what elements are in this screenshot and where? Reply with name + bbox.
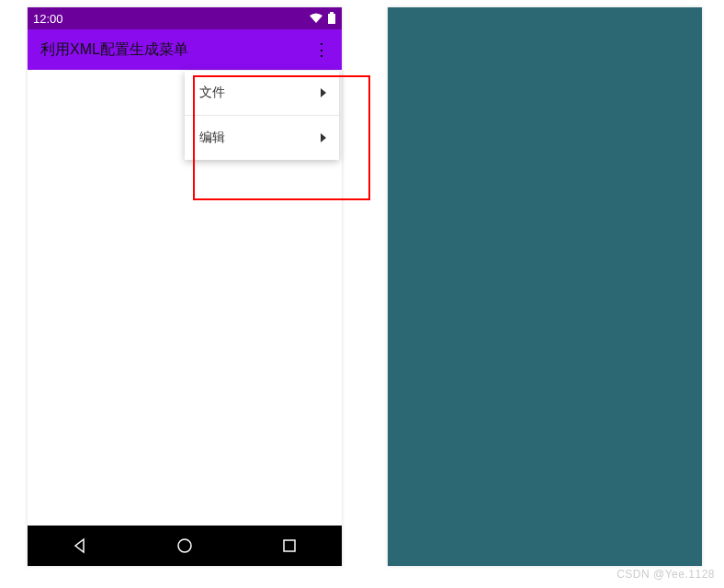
svg-point-2 xyxy=(178,539,191,552)
status-bar: 12:00 xyxy=(28,7,342,29)
app-bar: 利用XML配置生成菜单 ⋮ xyxy=(28,29,342,70)
svg-rect-1 xyxy=(330,12,334,14)
wifi-icon xyxy=(309,13,323,24)
chevron-right-icon xyxy=(321,88,326,97)
nav-back-button[interactable] xyxy=(57,526,103,566)
battery-icon xyxy=(327,12,336,25)
more-vert-icon[interactable]: ⋮ xyxy=(311,39,333,61)
overflow-menu-popup: 文件 编辑 xyxy=(185,71,339,160)
nav-home-button[interactable] xyxy=(162,526,208,566)
menu-item-label: 文件 xyxy=(199,85,225,101)
menu-item-label: 编辑 xyxy=(199,130,225,146)
preview-blank-pane xyxy=(388,7,702,566)
android-emulator-screen: 12:00 利用XML配置生成菜单 ⋮ 文件 xyxy=(28,7,342,566)
nav-recents-button[interactable] xyxy=(266,526,312,566)
svg-rect-0 xyxy=(328,14,335,24)
status-time: 12:00 xyxy=(33,12,63,26)
menu-item-file[interactable]: 文件 xyxy=(185,71,339,115)
menu-item-edit[interactable]: 编辑 xyxy=(185,116,339,160)
svg-rect-3 xyxy=(284,540,295,551)
content-area: 文件 编辑 xyxy=(28,70,342,526)
app-title: 利用XML配置生成菜单 xyxy=(40,40,188,60)
watermark: CSDN @Yee.1128 xyxy=(617,568,715,581)
nav-bar xyxy=(28,526,342,566)
chevron-right-icon xyxy=(321,133,326,142)
